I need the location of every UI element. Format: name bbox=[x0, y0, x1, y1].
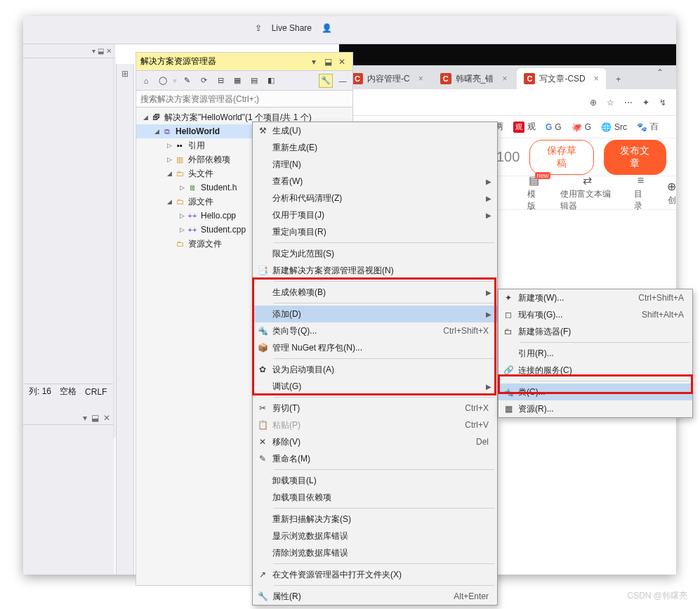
bookmark-item[interactable]: GG bbox=[546, 122, 562, 132]
toc-button[interactable]: ≡目录 bbox=[634, 174, 647, 212]
extension-icon[interactable]: ✦ bbox=[642, 98, 649, 107]
url-bar: ⊕ ☆ ⋯ ✦ ↯ bbox=[339, 89, 676, 116]
watermark: CSDN @韩曙亮 bbox=[627, 590, 687, 602]
publish-button[interactable]: 发布文章 bbox=[604, 140, 666, 175]
toolbox-icon[interactable]: ⊞ bbox=[118, 67, 132, 81]
close-icon[interactable]: × bbox=[502, 74, 507, 84]
browser-tab[interactable]: C内容管理-C× bbox=[345, 68, 430, 89]
menu-reference[interactable]: 引用(R)... bbox=[498, 345, 692, 362]
menu-rename[interactable]: ✎重命名(M) bbox=[253, 450, 497, 467]
spaces-label: 空格 bbox=[60, 386, 77, 398]
bookmark-item[interactable]: 🐾百 bbox=[637, 121, 659, 133]
vs-top-toolbar: ⇪ Live Share 👤 bbox=[23, 16, 676, 44]
browser-tab-strip: C内容管理-C× C韩曙亮_错× C写文章-CSD× + bbox=[339, 65, 676, 89]
word-count: 100 bbox=[496, 149, 520, 165]
vs-left-column: ▾ ⬓ ✕ bbox=[23, 44, 114, 575]
menu-icon[interactable]: ⋯ bbox=[624, 98, 633, 107]
menu-paste: 📋粘贴(P)Ctrl+V bbox=[253, 417, 497, 433]
menu-load-deps[interactable]: 加载项目依赖项 bbox=[253, 489, 497, 506]
live-share-button[interactable]: Live Share bbox=[272, 23, 312, 33]
menu-cut[interactable]: ✂剪切(T)Ctrl+X bbox=[253, 400, 497, 417]
solution-toolbar: ⌂ ◯ ▾ ✎ ⟳ ⊟ ▦ ▤ ◧ 🔧 — bbox=[136, 71, 352, 91]
menu-clean[interactable]: 清理(N) bbox=[253, 156, 497, 173]
menu-connected-service[interactable]: 🔗连接的服务(C) bbox=[498, 362, 692, 379]
dropdown-icon[interactable]: ▾ bbox=[308, 55, 320, 68]
menu-add[interactable]: 添加(D)▶ bbox=[253, 306, 497, 322]
hanger-icon[interactable]: ⌃ bbox=[656, 67, 663, 77]
menu-build[interactable]: ⚒生成(U) bbox=[253, 122, 497, 139]
close-icon[interactable]: × bbox=[418, 74, 423, 84]
menu-project-only[interactable]: 仅用于项目(J)▶ bbox=[253, 207, 497, 223]
status-bar: 列: 16 空格 CRLF bbox=[23, 384, 113, 399]
menu-startup[interactable]: ✿设为启动项目(A) bbox=[253, 361, 497, 378]
richtext-button[interactable]: ⇄使用富文本编辑器 bbox=[560, 173, 614, 212]
dock-header: ▾⬓✕ bbox=[23, 411, 113, 425]
close-icon[interactable]: ✕ bbox=[336, 55, 348, 68]
column-label: 列: 16 bbox=[29, 386, 51, 398]
menu-build-deps[interactable]: 生成依赖项(B)▶ bbox=[253, 284, 497, 301]
crlf-label: CRLF bbox=[85, 387, 107, 397]
close-icon[interactable]: × bbox=[594, 74, 599, 84]
csdn-icon: C bbox=[524, 73, 535, 84]
solution-search[interactable] bbox=[136, 91, 352, 107]
preview-icon[interactable]: ◧ bbox=[264, 74, 278, 88]
pin-icon[interactable]: ⬓ bbox=[322, 55, 334, 68]
menu-view[interactable]: 查看(W)▶ bbox=[253, 173, 497, 190]
back-icon[interactable]: ◯ bbox=[156, 74, 170, 88]
menu-new-item[interactable]: ✦新建项(W)...Ctrl+Shift+A bbox=[498, 289, 692, 306]
menu-properties[interactable]: 🔧属性(R)Alt+Enter bbox=[253, 588, 497, 605]
menu-clear-db-err[interactable]: 清除浏览数据库错误 bbox=[253, 544, 497, 561]
add-submenu: ✦新建项(W)...Ctrl+Shift+A ◻现有项(G)...Shift+A… bbox=[498, 289, 693, 418]
menu-open-explorer[interactable]: ↗在文件资源管理器中打开文件夹(X) bbox=[253, 566, 497, 583]
zoom-icon[interactable]: ⊕ bbox=[590, 98, 597, 107]
save-draft-button[interactable]: 保存草稿 bbox=[529, 140, 593, 175]
vs-side-toolbox: ⊞ bbox=[116, 64, 134, 575]
home-icon[interactable]: ⌂ bbox=[139, 74, 153, 88]
show-all-icon[interactable]: ▦ bbox=[230, 74, 244, 88]
solution-explorer-title: 解决方案资源管理器 ▾ ⬓ ✕ bbox=[136, 53, 352, 71]
project-context-menu: ⚒生成(U) 重新生成(E) 清理(N) 查看(W)▶ 分析和代码清理(Z)▶ … bbox=[252, 122, 498, 605]
star-icon[interactable]: ☆ bbox=[607, 98, 614, 107]
filter-icon[interactable]: — bbox=[336, 74, 350, 88]
menu-debug[interactable]: 调试(G)▶ bbox=[253, 378, 497, 395]
menu-analyze[interactable]: 分析和代码清理(Z)▶ bbox=[253, 190, 497, 207]
menu-resource[interactable]: ▦资源(R)... bbox=[498, 400, 692, 417]
menu-rebuild[interactable]: 重新生成(E) bbox=[253, 139, 497, 156]
menu-new-view[interactable]: 📑新建解决方案资源管理器视图(N) bbox=[253, 262, 497, 279]
menu-show-db-err[interactable]: 显示浏览数据库错误 bbox=[253, 528, 497, 544]
new-tab-button[interactable]: + bbox=[609, 70, 628, 89]
bookmark-item[interactable]: 🌐Src bbox=[601, 122, 627, 132]
menu-new-filter[interactable]: 🗀新建筛选器(F) bbox=[498, 323, 692, 340]
collapse-icon[interactable]: ⊟ bbox=[213, 74, 227, 88]
wrench-icon[interactable]: 🔧 bbox=[319, 74, 333, 88]
menu-unload[interactable]: 卸载项目(L) bbox=[253, 472, 497, 489]
browser-tab[interactable]: C韩曙亮_错× bbox=[433, 68, 515, 89]
refresh-icon[interactable]: ⟳ bbox=[197, 74, 211, 88]
menu-class-wizard[interactable]: 🔩类向导(Q)...Ctrl+Shift+X bbox=[253, 322, 497, 339]
create-button[interactable]: ⊕创 bbox=[667, 180, 676, 207]
search-input[interactable] bbox=[140, 94, 348, 104]
properties-icon[interactable]: ▤ bbox=[247, 74, 261, 88]
sync-icon[interactable]: ✎ bbox=[180, 74, 194, 88]
menu-nuget[interactable]: 📦管理 NuGet 程序包(N)... bbox=[253, 339, 497, 356]
extension-icon[interactable]: ↯ bbox=[659, 98, 666, 107]
csdn-icon: C bbox=[440, 73, 451, 84]
feedback-icon[interactable]: 👤 bbox=[322, 23, 332, 33]
browser-tab-active[interactable]: C写文章-CSD× bbox=[517, 68, 605, 89]
menu-existing-item[interactable]: ◻现有项(G)...Shift+Alt+A bbox=[498, 306, 692, 323]
menu-scope[interactable]: 限定为此范围(S) bbox=[253, 245, 497, 262]
menu-rescan[interactable]: 重新扫描解决方案(S) bbox=[253, 511, 497, 528]
csdn-icon: C bbox=[352, 73, 363, 84]
bookmark-item[interactable]: 🐙G bbox=[572, 122, 591, 132]
bookmark-item[interactable]: 观观 bbox=[513, 121, 536, 133]
share-icon: ⇪ bbox=[255, 23, 262, 33]
menu-class[interactable]: 🔩类(C)... bbox=[498, 384, 692, 400]
menu-retarget[interactable]: 重定向项目(R) bbox=[253, 223, 497, 240]
template-button[interactable]: ▤模版new bbox=[527, 173, 541, 212]
menu-remove[interactable]: ✕移除(V)Del bbox=[253, 433, 497, 450]
